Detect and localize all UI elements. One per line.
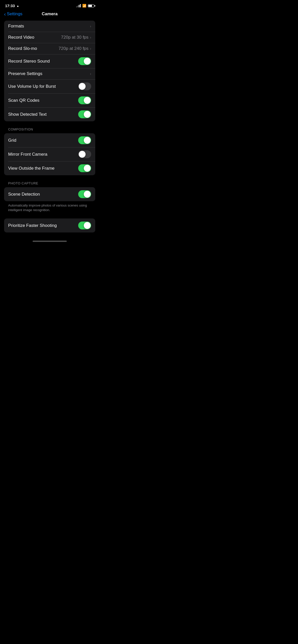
page-title: Camera (42, 11, 58, 17)
row-show-detected-text: Show Detected Text (4, 107, 95, 121)
section-photo-capture: PHOTO CAPTURE Scene Detection Automatica… (4, 181, 95, 212)
settings-group-composition: Grid Mirror Front Camera View Outside th… (4, 133, 95, 175)
toggle-knob (84, 191, 91, 198)
settings-group-photo-capture: Scene Detection (4, 187, 95, 201)
formats-label: Formats (8, 24, 24, 29)
settings-group-prioritize: Prioritize Faster Shooting (4, 218, 95, 232)
toggle-knob (84, 111, 91, 118)
view-outside-frame-toggle[interactable] (78, 164, 91, 172)
section-main: Formats › Record Video 720p at 30 fps › … (4, 21, 95, 121)
use-volume-up-burst-label: Use Volume Up for Burst (8, 84, 56, 89)
record-slomo-right: 720p at 240 fps › (59, 46, 91, 51)
nav-bar: ‹ Settings Camera (0, 9, 99, 21)
status-right: 📶 (76, 4, 94, 8)
back-chevron-icon: ‹ (4, 11, 6, 17)
scene-detection-footer: Automatically improve photos of various … (4, 201, 95, 212)
row-scene-detection: Scene Detection (4, 187, 95, 201)
record-video-value: 720p at 30 fps (61, 35, 89, 40)
toggle-knob (84, 165, 91, 172)
preserve-settings-chevron-icon: › (90, 72, 91, 76)
toggle-knob (84, 222, 91, 229)
show-detected-text-toggle[interactable] (78, 110, 91, 118)
row-preserve-settings[interactable]: Preserve Settings › (4, 68, 95, 79)
record-slomo-value: 720p at 240 fps (59, 46, 88, 51)
toggle-knob (84, 137, 91, 144)
section-composition: COMPOSITION Grid Mirror Front Camera Vie… (4, 127, 95, 175)
record-slomo-chevron-icon: › (90, 47, 91, 51)
mirror-front-camera-toggle[interactable] (78, 150, 91, 158)
row-mirror-front-camera: Mirror Front Camera (4, 147, 95, 161)
toggle-knob (79, 83, 86, 90)
row-record-video[interactable]: Record Video 720p at 30 fps › (4, 32, 95, 43)
view-outside-frame-label: View Outside the Frame (8, 166, 55, 171)
location-arrow-icon: ▲ (16, 4, 19, 7)
prioritize-faster-shooting-label: Prioritize Faster Shooting (8, 223, 57, 228)
composition-section-label: COMPOSITION (4, 127, 95, 131)
home-indicator-area (0, 239, 99, 245)
status-left: 17:33 ▲ (5, 4, 19, 8)
home-indicator (33, 241, 67, 242)
record-stereo-sound-toggle[interactable] (78, 57, 91, 65)
record-video-right: 720p at 30 fps › (61, 35, 91, 40)
row-formats[interactable]: Formats › (4, 21, 95, 32)
scene-detection-toggle[interactable] (78, 190, 91, 198)
scan-qr-codes-label: Scan QR Codes (8, 98, 39, 103)
record-video-chevron-icon: › (90, 35, 91, 39)
formats-chevron-icon: › (90, 24, 91, 28)
settings-content: Formats › Record Video 720p at 30 fps › … (0, 21, 99, 232)
use-volume-up-burst-toggle[interactable] (78, 82, 91, 90)
preserve-settings-right: › (90, 72, 91, 76)
formats-right: › (90, 24, 91, 28)
row-prioritize-faster-shooting: Prioritize Faster Shooting (4, 218, 95, 232)
wifi-icon: 📶 (82, 4, 86, 8)
back-button[interactable]: ‹ Settings (4, 11, 22, 17)
preserve-settings-label: Preserve Settings (8, 71, 42, 76)
section-prioritize: Prioritize Faster Shooting (4, 218, 95, 232)
row-grid: Grid (4, 133, 95, 147)
mirror-front-camera-label: Mirror Front Camera (8, 152, 47, 157)
record-slomo-label: Record Slo-mo (8, 46, 37, 51)
toggle-knob (84, 97, 91, 104)
battery-icon (88, 4, 94, 7)
status-bar: 17:33 ▲ 📶 (0, 0, 99, 9)
settings-group-main: Formats › Record Video 720p at 30 fps › … (4, 21, 95, 121)
show-detected-text-label: Show Detected Text (8, 112, 47, 117)
record-stereo-sound-label: Record Stereo Sound (8, 59, 50, 64)
row-record-slomo[interactable]: Record Slo-mo 720p at 240 fps › (4, 43, 95, 54)
row-use-volume-up-burst: Use Volume Up for Burst (4, 79, 95, 93)
row-view-outside-frame: View Outside the Frame (4, 161, 95, 175)
grid-label: Grid (8, 138, 16, 143)
back-label: Settings (7, 11, 22, 17)
prioritize-faster-shooting-toggle[interactable] (78, 222, 91, 229)
toggle-knob (84, 58, 91, 65)
scene-detection-label: Scene Detection (8, 192, 40, 197)
row-record-stereo-sound: Record Stereo Sound (4, 54, 95, 68)
record-video-label: Record Video (8, 35, 34, 40)
scan-qr-codes-toggle[interactable] (78, 96, 91, 104)
time-display: 17:33 (5, 4, 15, 8)
row-scan-qr-codes: Scan QR Codes (4, 93, 95, 107)
signal-icon (76, 4, 81, 7)
photo-capture-section-label: PHOTO CAPTURE (4, 181, 95, 185)
toggle-knob (79, 151, 86, 158)
grid-toggle[interactable] (78, 136, 91, 144)
